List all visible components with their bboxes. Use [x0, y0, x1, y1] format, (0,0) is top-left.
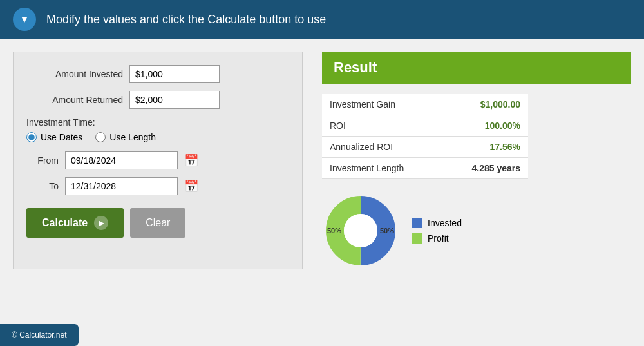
radio-row: Use Dates Use Length	[26, 132, 289, 142]
from-date-input[interactable]	[65, 151, 178, 169]
use-length-option[interactable]: Use Length	[95, 132, 156, 142]
legend-color-profit	[412, 233, 422, 244]
use-length-radio[interactable]	[95, 132, 106, 142]
svg-point-2	[344, 214, 377, 247]
amount-invested-input[interactable]	[129, 65, 220, 83]
calculate-label: Calculate	[42, 217, 88, 229]
result-row-label: ROI	[322, 115, 442, 137]
footer: © Calculator.net	[0, 324, 79, 346]
chart-label-left: 50%	[327, 227, 341, 235]
use-dates-radio[interactable]	[26, 132, 37, 142]
amount-invested-row: Amount Invested	[26, 65, 289, 83]
chart-legend: Invested Profit	[412, 218, 462, 244]
result-header: Result	[322, 52, 631, 84]
clear-label: Clear	[146, 217, 170, 228]
amount-invested-label: Amount Invested	[26, 69, 123, 79]
result-row-label: Investment Gain	[322, 94, 442, 115]
to-label: To	[26, 181, 59, 191]
calendar-from-icon[interactable]: 📅	[184, 153, 198, 168]
result-title: Result	[334, 59, 377, 75]
to-date-row: To 📅	[26, 177, 289, 195]
use-dates-label: Use Dates	[41, 132, 82, 142]
legend-item-invested: Invested	[412, 218, 462, 228]
table-row: Annualized ROI17.56%	[322, 137, 528, 158]
legend-label-invested: Invested	[428, 218, 462, 228]
table-row: Investment Length4.285 years	[322, 158, 528, 179]
result-row-label: Annualized ROI	[322, 137, 442, 158]
left-panel: Amount Invested Amount Returned Investme…	[13, 52, 303, 269]
investment-time-label: Investment Time:	[26, 117, 95, 128]
legend-color-invested	[412, 218, 422, 228]
donut-chart: 50% 50%	[322, 192, 399, 269]
from-label: From	[26, 155, 59, 166]
calendar-to-icon[interactable]: 📅	[184, 179, 198, 193]
main-content: Amount Invested Amount Returned Investme…	[0, 39, 644, 282]
play-icon: ▶	[94, 216, 108, 230]
result-row-value: $1,000.00	[442, 94, 528, 115]
result-table: Investment Gain$1,000.00ROI100.00%Annual…	[322, 94, 528, 179]
amount-returned-input[interactable]	[129, 91, 220, 109]
use-length-label: Use Length	[109, 132, 156, 142]
header-text: Modify the values and click the Calculat…	[46, 13, 326, 26]
header: ▼ Modify the values and click the Calcul…	[0, 0, 644, 39]
button-row: Calculate ▶ Clear	[26, 208, 289, 238]
table-row: ROI100.00%	[322, 115, 528, 137]
from-date-row: From 📅	[26, 151, 289, 169]
chart-label-right: 50%	[380, 227, 394, 235]
legend-label-profit: Profit	[428, 233, 449, 244]
to-date-input[interactable]	[65, 177, 178, 195]
calculate-button[interactable]: Calculate ▶	[26, 208, 124, 238]
result-row-label: Investment Length	[322, 158, 442, 179]
result-row-value: 17.56%	[442, 137, 528, 158]
dropdown-icon: ▼	[20, 14, 29, 24]
right-panel: Result Investment Gain$1,000.00ROI100.00…	[322, 52, 631, 269]
result-row-value: 4.285 years	[442, 158, 528, 179]
clear-button[interactable]: Clear	[130, 208, 185, 238]
header-icon: ▼	[13, 8, 36, 31]
legend-item-profit: Profit	[412, 233, 462, 244]
amount-returned-row: Amount Returned	[26, 91, 289, 109]
footer-text: © Calculator.net	[12, 331, 67, 340]
result-row-value: 100.00%	[442, 115, 528, 137]
use-dates-option[interactable]: Use Dates	[26, 132, 82, 142]
amount-returned-label: Amount Returned	[26, 95, 123, 105]
chart-section: 50% 50% Invested Profit	[322, 192, 631, 269]
table-row: Investment Gain$1,000.00	[322, 94, 528, 115]
